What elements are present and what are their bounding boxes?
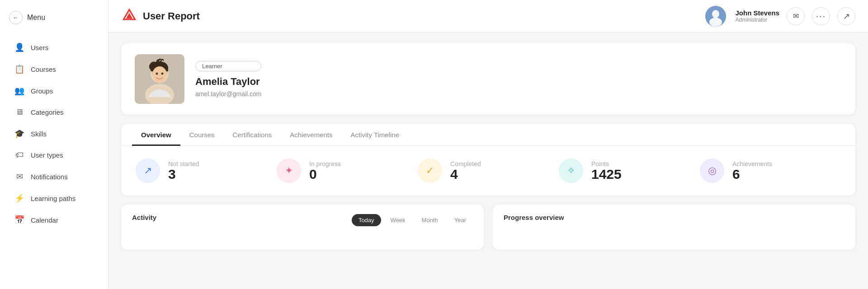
header: User Report John Stevens Administrator ✉…	[108, 0, 868, 33]
groups-icon: 👥	[14, 86, 24, 96]
sidebar-item-label-skills: Skills	[31, 130, 47, 138]
profile-email: amel.taylor@gmail.com	[195, 90, 261, 98]
user-types-icon: 🏷	[14, 150, 24, 160]
sidebar-item-calendar[interactable]: 📅 Calendar	[4, 210, 104, 230]
points-icon: ✧	[559, 158, 583, 183]
learning-paths-icon: ⚡	[14, 193, 24, 203]
stat-value-in-progress: 0	[309, 168, 341, 181]
activity-header: Activity TodayWeekMonthYear	[132, 214, 473, 227]
courses-icon: 📋	[14, 64, 24, 74]
page-title: User Report	[143, 10, 700, 22]
stat-value-achievements: 6	[732, 168, 772, 181]
sidebar-item-learning-paths[interactable]: ⚡ Learning paths	[4, 188, 104, 209]
sidebar-item-courses[interactable]: 📋 Courses	[4, 59, 104, 79]
sidebar-item-categories[interactable]: 🖥 Categories	[4, 102, 104, 122]
activity-title: Activity	[132, 214, 156, 221]
notifications-icon: ✉	[14, 172, 24, 182]
avatar	[705, 6, 726, 27]
sidebar-item-label-users: Users	[31, 44, 48, 51]
sidebar-item-label-groups: Groups	[31, 87, 53, 95]
stat-points: ✧ Points 1425	[559, 158, 700, 183]
period-tab-today[interactable]: Today	[352, 214, 381, 226]
stat-text-achievements: Achievements 6	[732, 160, 772, 181]
period-tabs: TodayWeekMonthYear	[352, 214, 473, 226]
tab-overview[interactable]: Overview	[132, 124, 180, 146]
sidebar: ← Menu 👤 Users 📋 Courses 👥 Groups 🖥 Cate…	[0, 0, 108, 289]
period-tab-week[interactable]: Week	[384, 214, 412, 226]
menu-label: Menu	[27, 14, 45, 22]
stat-in-progress: ✦ In progress 0	[277, 158, 418, 183]
svg-point-8	[152, 66, 167, 83]
mail-button[interactable]: ✉	[787, 7, 805, 25]
sidebar-item-groups[interactable]: 👥 Groups	[4, 80, 104, 101]
sidebar-item-label-calendar: Calendar	[31, 216, 58, 224]
stats-row: ↗ Not started 3 ✦ In progress 0 ✓ Comple…	[121, 146, 855, 196]
stat-not-started: ↗ Not started 3	[136, 158, 277, 183]
tab-certifications[interactable]: Certifications	[224, 124, 281, 146]
svg-point-10	[161, 73, 164, 75]
stat-text-not-started: Not started 3	[168, 160, 199, 181]
period-tab-year[interactable]: Year	[448, 214, 473, 226]
logout-button[interactable]: ↗	[837, 7, 855, 25]
profile-name: Amelia Taylor	[195, 76, 261, 88]
tab-achievements[interactable]: Achievements	[281, 124, 341, 146]
stat-text-points: Points 1425	[591, 160, 622, 181]
sidebar-item-label-user-types: User types	[31, 151, 63, 159]
profile-photo	[135, 54, 184, 104]
stat-text-completed: Completed 4	[450, 160, 481, 181]
stat-value-points: 1425	[591, 168, 622, 181]
user-role: Administrator	[735, 17, 779, 23]
header-right: John Stevens Administrator ✉ ··· ↗	[705, 6, 855, 27]
stat-value-not-started: 3	[168, 168, 199, 181]
sidebar-item-label-notifications: Notifications	[31, 173, 68, 181]
sidebar-menu-header[interactable]: ← Menu	[0, 5, 108, 33]
progress-title: Progress overview	[504, 214, 564, 221]
page-area: Learner Amelia Taylor amel.taylor@gmail.…	[108, 33, 868, 289]
calendar-icon: 📅	[14, 215, 24, 225]
period-tab-month[interactable]: Month	[415, 214, 445, 226]
progress-card: Progress overview	[493, 205, 855, 250]
profile-badge: Learner	[195, 61, 261, 71]
categories-icon: 🖥	[14, 107, 24, 117]
users-icon: 👤	[14, 42, 24, 52]
user-name: John Stevens	[735, 9, 779, 17]
sidebar-item-user-types[interactable]: 🏷 User types	[4, 145, 104, 165]
stat-text-in-progress: In progress 0	[309, 160, 341, 181]
sidebar-item-users[interactable]: 👤 Users	[4, 37, 104, 58]
tabs-nav: OverviewCoursesCertificationsAchievement…	[121, 124, 855, 146]
sidebar-item-label-categories: Categories	[31, 108, 64, 116]
profile-card: Learner Amelia Taylor amel.taylor@gmail.…	[121, 43, 855, 115]
sidebar-item-skills[interactable]: 🎓 Skills	[4, 123, 104, 144]
activity-card: Activity TodayWeekMonthYear	[121, 205, 484, 250]
tab-activity-timeline[interactable]: Activity Timeline	[342, 124, 409, 146]
skills-icon: 🎓	[14, 129, 24, 139]
user-info: John Stevens Administrator	[735, 9, 779, 23]
stat-value-completed: 4	[450, 168, 481, 181]
progress-header: Progress overview	[504, 214, 844, 227]
sidebar-item-notifications[interactable]: ✉ Notifications	[4, 166, 104, 187]
back-icon[interactable]: ←	[9, 11, 23, 24]
in-progress-icon: ✦	[277, 158, 301, 183]
main-content: User Report John Stevens Administrator ✉…	[108, 0, 868, 289]
logo	[121, 7, 137, 25]
tab-courses[interactable]: Courses	[180, 124, 224, 146]
svg-point-9	[156, 73, 158, 75]
completed-icon: ✓	[418, 158, 442, 183]
tabs-card: OverviewCoursesCertificationsAchievement…	[121, 124, 855, 196]
sidebar-item-label-courses: Courses	[31, 65, 56, 73]
sidebar-item-label-learning-paths: Learning paths	[31, 195, 75, 202]
sidebar-navigation: 👤 Users 📋 Courses 👥 Groups 🖥 Categories …	[0, 33, 108, 234]
svg-point-2	[709, 18, 722, 27]
svg-point-1	[712, 10, 719, 18]
achievements-icon: ◎	[700, 158, 724, 183]
stat-achievements: ◎ Achievements 6	[700, 158, 841, 183]
stat-completed: ✓ Completed 4	[418, 158, 559, 183]
not-started-icon: ↗	[136, 158, 160, 183]
bottom-row: Activity TodayWeekMonthYear Progress ove…	[121, 205, 855, 250]
profile-info: Learner Amelia Taylor amel.taylor@gmail.…	[195, 61, 261, 98]
more-button[interactable]: ···	[812, 7, 830, 25]
